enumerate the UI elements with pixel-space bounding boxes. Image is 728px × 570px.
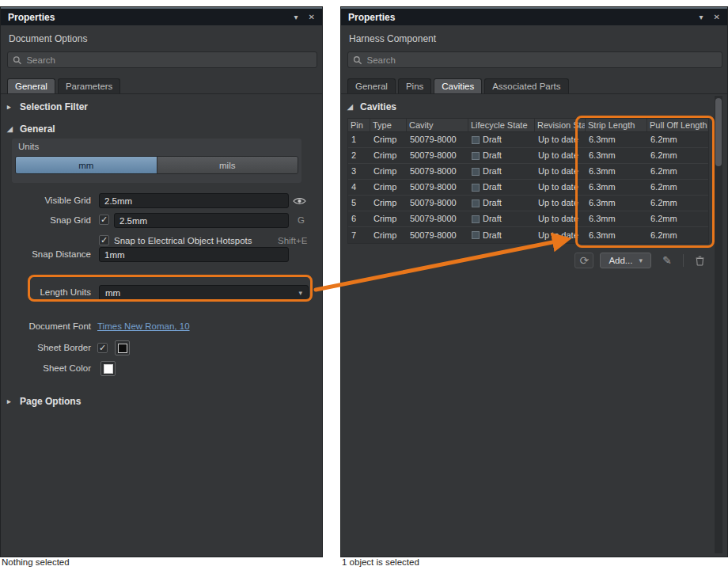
scrollbar[interactable]: [715, 96, 722, 553]
panel-menu-icon[interactable]: ▾: [700, 13, 703, 21]
tab-parameters[interactable]: Parameters: [58, 78, 120, 94]
table-cell: Up to date: [535, 164, 586, 179]
search-input[interactable]: [367, 55, 717, 65]
search-box[interactable]: [7, 51, 317, 68]
table-row[interactable]: 3Crimp50079-8000DraftUp to date6.3mm6.2m…: [348, 164, 708, 180]
column-header[interactable]: Type: [370, 119, 407, 131]
lifecycle-checkbox[interactable]: [472, 152, 480, 160]
section-general[interactable]: ◢ General: [7, 123, 55, 135]
panel-menu-icon[interactable]: ▾: [294, 13, 298, 21]
sheet-border-label: Sheet Border: [2, 343, 91, 352]
section-page-options[interactable]: ▸ Page Options: [7, 395, 81, 408]
table-cell: 6.2mm: [647, 196, 710, 211]
sheet-color-swatch[interactable]: [100, 361, 116, 376]
table-row[interactable]: 6Crimp50079-8000DraftUp to date6.3mm6.2m…: [348, 211, 708, 227]
tab-cavities[interactable]: Cavities: [434, 78, 482, 94]
search-input[interactable]: [26, 55, 312, 65]
table-row[interactable]: 4Crimp50079-8000DraftUp to date6.3mm6.2m…: [348, 180, 708, 196]
lifecycle-checkbox[interactable]: [472, 136, 480, 144]
column-header[interactable]: Cavity: [407, 119, 468, 131]
section-cavities[interactable]: ◢ Cavities: [347, 101, 396, 113]
snap-grid-shortcut: G: [298, 215, 305, 225]
table-cell: 7: [348, 227, 370, 243]
table-cell: 6.3mm: [586, 196, 647, 211]
tab-general[interactable]: General: [347, 78, 396, 94]
column-header[interactable]: Lifecycle State: [468, 119, 535, 131]
snap-distance-label: Snap Distance: [2, 249, 91, 259]
table-row[interactable]: 5Crimp50079-8000DraftUp to date6.3mm6.2m…: [348, 196, 708, 211]
right-status-text: 1 object is selected: [342, 557, 419, 567]
table-cell: 50079-8000: [407, 132, 468, 147]
cavities-table-body: 1Crimp50079-8000DraftUp to date6.3mm6.2m…: [347, 132, 709, 244]
column-header[interactable]: Revision Stat: [535, 119, 586, 131]
table-cell: Draft: [468, 196, 535, 211]
left-status-text: Nothing selected: [2, 557, 70, 567]
table-cell: 6.3mm: [586, 227, 647, 243]
snap-grid-input[interactable]: [114, 213, 289, 228]
add-button[interactable]: Add... ▾: [600, 253, 651, 268]
snap-hotspots-label: Snap to Electrical Object Hotspots: [114, 236, 252, 245]
table-cell: Crimp: [370, 196, 407, 211]
lifecycle-checkbox[interactable]: [472, 168, 480, 176]
snap-hotspots-checkbox[interactable]: ✓: [99, 235, 109, 245]
snap-grid-checkbox[interactable]: ✓: [99, 215, 109, 225]
column-header[interactable]: Pin: [348, 119, 370, 131]
delete-button[interactable]: [690, 253, 709, 268]
table-cell: 6.3mm: [586, 180, 647, 195]
lifecycle-checkbox[interactable]: [472, 231, 480, 239]
table-cell: Crimp: [370, 148, 407, 163]
table-cell: Draft: [468, 148, 535, 163]
table-cell: Draft: [468, 211, 535, 226]
column-header[interactable]: Pull Off Length: [647, 119, 710, 131]
visible-grid-input[interactable]: [99, 193, 289, 208]
panel-titlebar: Properties ▾ ✕: [1, 7, 322, 25]
tab-pins[interactable]: Pins: [398, 78, 431, 94]
refresh-button[interactable]: ⟳: [574, 253, 593, 268]
right-tab-bar: General Pins Cavities Associated Parts: [347, 78, 569, 94]
table-cell: Up to date: [535, 148, 586, 163]
table-cell: Draft: [468, 164, 535, 179]
table-row[interactable]: 7Crimp50079-8000DraftUp to date6.3mm6.2m…: [348, 227, 708, 243]
table-cell: 6.2mm: [647, 211, 710, 226]
edit-button[interactable]: ✎: [658, 253, 677, 268]
section-label: Page Options: [20, 396, 81, 407]
lifecycle-checkbox[interactable]: [472, 215, 480, 223]
column-header[interactable]: Strip Length: [586, 119, 647, 131]
table-cell: 6: [348, 211, 370, 226]
sheet-border-checkbox[interactable]: ✓: [97, 343, 108, 353]
chevron-down-icon: ▾: [639, 256, 643, 264]
eye-icon[interactable]: [293, 196, 306, 208]
close-icon[interactable]: ✕: [714, 13, 720, 21]
table-cell: 6.3mm: [586, 148, 647, 163]
tab-associated-parts[interactable]: Associated Parts: [484, 78, 568, 94]
harness-component-panel: Properties ▾ ✕ Harness Component General…: [340, 6, 728, 557]
units-group: Units mm mils: [12, 139, 301, 183]
tab-general[interactable]: General: [7, 78, 55, 94]
table-cell: Crimp: [370, 180, 407, 195]
table-cell: 3: [348, 164, 370, 179]
scrollbar-thumb[interactable]: [715, 98, 722, 166]
table-cell: 50079-8000: [407, 196, 468, 211]
table-row[interactable]: 1Crimp50079-8000DraftUp to date6.3mm6.2m…: [348, 132, 708, 148]
table-cell: Crimp: [370, 227, 407, 243]
table-row[interactable]: 2Crimp50079-8000DraftUp to date6.3mm6.2m…: [348, 148, 708, 164]
table-cell: 6.3mm: [586, 164, 647, 179]
table-cell: Crimp: [370, 164, 407, 179]
document-font-link[interactable]: Times New Roman, 10: [97, 321, 190, 331]
units-option-mils[interactable]: mils: [157, 157, 298, 173]
panel-title: Properties: [8, 12, 294, 23]
table-cell: 6.3mm: [586, 211, 647, 226]
close-icon[interactable]: ✕: [309, 13, 315, 21]
cavities-table-header: PinTypeCavityLifecycle StateRevision Sta…: [347, 118, 709, 132]
search-icon: [13, 55, 21, 65]
length-units-dropdown[interactable]: mm ▾: [99, 285, 309, 301]
units-option-mm[interactable]: mm: [16, 157, 157, 173]
visible-grid-label: Visible Grid: [2, 196, 91, 205]
snap-distance-input[interactable]: [99, 247, 289, 262]
lifecycle-checkbox[interactable]: [472, 184, 480, 192]
table-cell: 6.3mm: [586, 132, 647, 147]
sheet-border-color-swatch[interactable]: [115, 340, 130, 355]
lifecycle-checkbox[interactable]: [472, 200, 480, 207]
search-box[interactable]: [347, 51, 722, 68]
section-selection-filter[interactable]: ▸ Selection Filter: [7, 101, 88, 113]
